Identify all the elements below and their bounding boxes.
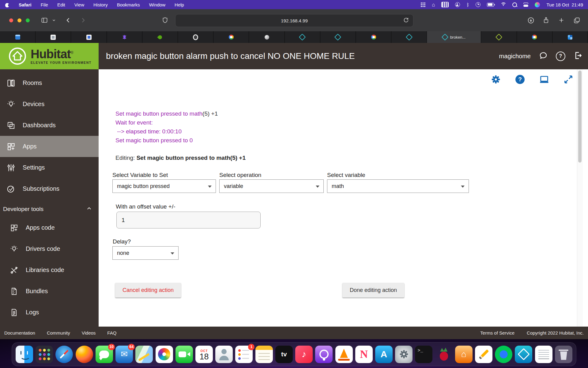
reload-icon[interactable]: [403, 17, 409, 25]
new-tab-icon[interactable]: [556, 15, 567, 25]
launchpad-icon[interactable]: [36, 346, 53, 363]
contacts-icon[interactable]: [215, 346, 233, 363]
app-settings-gear-icon[interactable]: [491, 74, 501, 85]
operation-select[interactable]: variable: [219, 179, 324, 193]
cancel-editing-button[interactable]: Cancel editing action: [115, 283, 181, 297]
sidebar-item-apps-code[interactable]: Apps code: [0, 217, 99, 238]
tab-10[interactable]: [320, 31, 356, 43]
app-grid-icon[interactable]: [420, 2, 425, 8]
tab-6[interactable]: [178, 31, 213, 43]
offset-input[interactable]: [116, 212, 261, 228]
maps-icon[interactable]: [135, 346, 153, 363]
tab-overview-icon[interactable]: [571, 15, 582, 25]
back-icon[interactable]: [63, 15, 74, 25]
app-display-icon[interactable]: [539, 74, 549, 85]
hubitat-logo[interactable]: Hubitat® ELEVATE YOUR ENVIRONMENT: [0, 43, 99, 69]
vlc-icon[interactable]: [335, 346, 353, 363]
battery-widget-icon[interactable]: [441, 2, 449, 8]
menu-safari[interactable]: Safari: [19, 2, 32, 7]
menu-view[interactable]: View: [74, 2, 84, 7]
apple-menu-icon[interactable]: [5, 2, 9, 7]
sidebar-item-dashboards[interactable]: Dashboards: [0, 115, 99, 136]
sidebar-toggle-icon[interactable]: [39, 15, 50, 25]
reminders-icon[interactable]: 1: [235, 346, 253, 363]
tab-12[interactable]: [391, 31, 427, 43]
tab-4[interactable]: [107, 31, 142, 43]
share-icon[interactable]: [541, 15, 551, 25]
footer-link-documentation[interactable]: Documentation: [4, 330, 35, 335]
green-blue-app-icon[interactable]: [495, 346, 512, 363]
music-icon[interactable]: ♪: [295, 346, 313, 363]
done-editing-button[interactable]: Done editing action: [342, 283, 404, 297]
privacy-shield-icon[interactable]: [160, 15, 170, 25]
tab-9[interactable]: [285, 31, 320, 43]
footer-link-videos[interactable]: Videos: [82, 330, 96, 335]
sidebar-item-rooms[interactable]: Rooms: [0, 72, 99, 94]
logout-icon[interactable]: [573, 51, 582, 61]
home-assistant-icon[interactable]: ⌂: [432, 2, 435, 8]
firefox-icon[interactable]: [76, 346, 93, 363]
footer-link-faq[interactable]: FAQ: [107, 330, 116, 335]
tab-1[interactable]: [0, 31, 36, 43]
scrollbar-thumb[interactable]: [578, 71, 582, 163]
terminal-icon[interactable]: >_: [415, 346, 432, 363]
tab-2[interactable]: [36, 31, 71, 43]
menu-history[interactable]: History: [93, 2, 108, 7]
battery-icon[interactable]: [487, 2, 494, 8]
content-scrollbar[interactable]: [577, 69, 583, 327]
bluetooth-icon[interactable]: ᛒ: [466, 2, 469, 8]
tab-5[interactable]: [142, 31, 178, 43]
podcasts-icon[interactable]: [315, 346, 333, 363]
pencil-app-icon[interactable]: [475, 346, 492, 363]
mail-icon[interactable]: ✉64: [115, 346, 133, 363]
variable-to-set-select[interactable]: magic button pressed: [112, 179, 216, 193]
time-machine-icon[interactable]: [476, 2, 481, 8]
user-switch-icon[interactable]: [455, 2, 460, 8]
downloads-icon[interactable]: [526, 15, 536, 25]
sidebar-item-apps[interactable]: Apps: [0, 136, 99, 157]
raspberry-pi-icon[interactable]: [435, 346, 453, 363]
wifi-icon[interactable]: [500, 2, 506, 8]
developer-tools-header[interactable]: Developer tools: [0, 201, 99, 217]
tab-8[interactable]: [249, 31, 285, 43]
photos-icon[interactable]: [156, 346, 173, 363]
news-icon[interactable]: N: [355, 346, 373, 363]
app-help-icon[interactable]: ?: [515, 74, 525, 85]
trash-icon[interactable]: [555, 346, 572, 363]
control-center-icon[interactable]: [523, 2, 528, 8]
sidebar-item-logs[interactable]: Logs: [0, 302, 99, 323]
notes-icon[interactable]: [255, 346, 273, 363]
tab-7[interactable]: [213, 31, 249, 43]
document-app-icon[interactable]: [535, 346, 552, 363]
menu-help[interactable]: Help: [175, 2, 184, 7]
menu-file[interactable]: File: [41, 2, 48, 7]
forward-icon[interactable]: [78, 15, 88, 25]
minimize-window-button[interactable]: [17, 18, 21, 22]
menu-window[interactable]: Window: [149, 2, 165, 7]
apple-tv-icon[interactable]: tv: [275, 346, 293, 363]
sidebar-item-devices[interactable]: Devices: [0, 94, 99, 115]
sidebar-item-drivers-code[interactable]: Drivers code: [0, 238, 99, 259]
close-window-button[interactable]: [9, 18, 13, 22]
hubitat-app-icon[interactable]: [515, 346, 532, 363]
zoom-window-button[interactable]: [26, 18, 30, 22]
safari-icon[interactable]: [55, 346, 73, 363]
system-settings-icon[interactable]: [395, 346, 413, 363]
chevron-down-icon[interactable]: [50, 15, 58, 25]
siri-icon[interactable]: [535, 2, 540, 8]
tab-active-broken[interactable]: broken...: [427, 31, 481, 43]
calendar-icon[interactable]: OCT 18: [195, 346, 213, 363]
home-app-orange-icon[interactable]: ⌂: [455, 346, 473, 363]
sidebar-item-subscriptions[interactable]: Subscriptions: [0, 178, 99, 199]
tab-11[interactable]: [356, 31, 391, 43]
url-bar[interactable]: 192.168.4.99: [175, 14, 413, 27]
menubar-clock[interactable]: Tue 18 Oct 21:49: [546, 2, 583, 7]
tab-3[interactable]: [71, 31, 107, 43]
footer-link-community[interactable]: Community: [47, 330, 70, 335]
messages-icon[interactable]: 10: [96, 346, 113, 363]
sidebar-item-bundles[interactable]: Bundles: [0, 281, 99, 302]
menu-bookmarks[interactable]: Bookmarks: [117, 2, 140, 7]
chat-icon[interactable]: [539, 51, 548, 61]
sidebar-item-libraries-code[interactable]: Libraries code: [0, 259, 99, 281]
finder-icon[interactable]: [16, 346, 33, 363]
